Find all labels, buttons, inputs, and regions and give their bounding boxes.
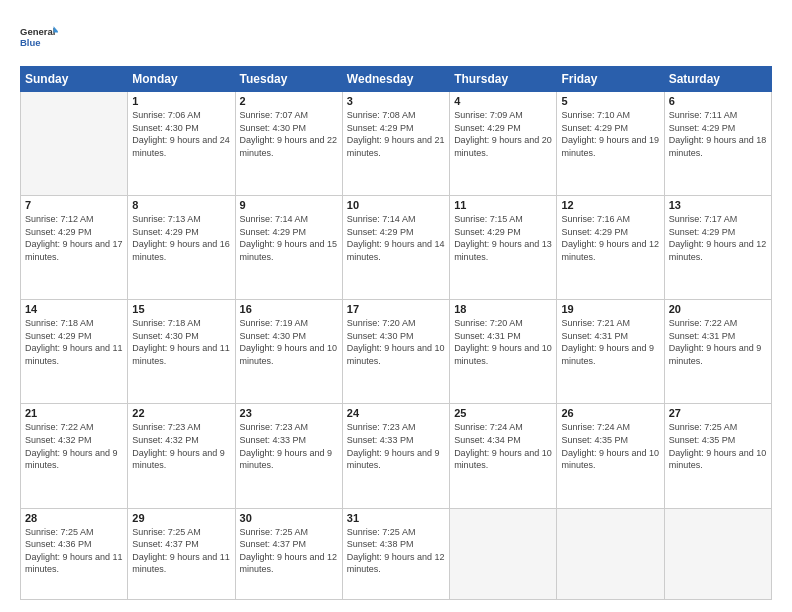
logo: General Blue [20, 18, 58, 56]
day-number: 17 [347, 303, 445, 315]
day-cell-7: 7Sunrise: 7:12 AMSunset: 4:29 PMDaylight… [21, 196, 128, 300]
day-info: Sunrise: 7:23 AMSunset: 4:33 PMDaylight:… [240, 421, 338, 471]
day-cell-16: 16Sunrise: 7:19 AMSunset: 4:30 PMDayligh… [235, 300, 342, 404]
day-cell-empty [450, 508, 557, 600]
day-number: 8 [132, 199, 230, 211]
day-number: 7 [25, 199, 123, 211]
day-info: Sunrise: 7:07 AMSunset: 4:30 PMDaylight:… [240, 109, 338, 159]
day-number: 18 [454, 303, 552, 315]
svg-text:General: General [20, 26, 55, 37]
day-info: Sunrise: 7:08 AMSunset: 4:29 PMDaylight:… [347, 109, 445, 159]
week-row-1: 1Sunrise: 7:06 AMSunset: 4:30 PMDaylight… [21, 92, 772, 196]
day-info: Sunrise: 7:10 AMSunset: 4:29 PMDaylight:… [561, 109, 659, 159]
header: General Blue [20, 18, 772, 56]
day-info: Sunrise: 7:12 AMSunset: 4:29 PMDaylight:… [25, 213, 123, 263]
day-number: 23 [240, 407, 338, 419]
day-info: Sunrise: 7:22 AMSunset: 4:32 PMDaylight:… [25, 421, 123, 471]
day-info: Sunrise: 7:14 AMSunset: 4:29 PMDaylight:… [347, 213, 445, 263]
week-row-4: 21Sunrise: 7:22 AMSunset: 4:32 PMDayligh… [21, 404, 772, 508]
page: General Blue SundayMondayTuesdayWednesda… [0, 0, 792, 612]
day-info: Sunrise: 7:09 AMSunset: 4:29 PMDaylight:… [454, 109, 552, 159]
week-row-2: 7Sunrise: 7:12 AMSunset: 4:29 PMDaylight… [21, 196, 772, 300]
day-info: Sunrise: 7:25 AMSunset: 4:37 PMDaylight:… [240, 526, 338, 576]
day-number: 22 [132, 407, 230, 419]
day-info: Sunrise: 7:20 AMSunset: 4:31 PMDaylight:… [454, 317, 552, 367]
day-info: Sunrise: 7:19 AMSunset: 4:30 PMDaylight:… [240, 317, 338, 367]
day-cell-14: 14Sunrise: 7:18 AMSunset: 4:29 PMDayligh… [21, 300, 128, 404]
day-cell-18: 18Sunrise: 7:20 AMSunset: 4:31 PMDayligh… [450, 300, 557, 404]
calendar-body: 1Sunrise: 7:06 AMSunset: 4:30 PMDaylight… [21, 92, 772, 600]
day-cell-30: 30Sunrise: 7:25 AMSunset: 4:37 PMDayligh… [235, 508, 342, 600]
day-header-tuesday: Tuesday [235, 67, 342, 92]
day-cell-29: 29Sunrise: 7:25 AMSunset: 4:37 PMDayligh… [128, 508, 235, 600]
day-cell-10: 10Sunrise: 7:14 AMSunset: 4:29 PMDayligh… [342, 196, 449, 300]
day-number: 15 [132, 303, 230, 315]
day-number: 28 [25, 512, 123, 524]
day-cell-13: 13Sunrise: 7:17 AMSunset: 4:29 PMDayligh… [664, 196, 771, 300]
day-number: 4 [454, 95, 552, 107]
day-number: 31 [347, 512, 445, 524]
day-header-saturday: Saturday [664, 67, 771, 92]
day-cell-23: 23Sunrise: 7:23 AMSunset: 4:33 PMDayligh… [235, 404, 342, 508]
day-info: Sunrise: 7:06 AMSunset: 4:30 PMDaylight:… [132, 109, 230, 159]
day-number: 2 [240, 95, 338, 107]
day-cell-4: 4Sunrise: 7:09 AMSunset: 4:29 PMDaylight… [450, 92, 557, 196]
day-cell-27: 27Sunrise: 7:25 AMSunset: 4:35 PMDayligh… [664, 404, 771, 508]
logo-svg: General Blue [20, 18, 58, 56]
day-cell-5: 5Sunrise: 7:10 AMSunset: 4:29 PMDaylight… [557, 92, 664, 196]
day-cell-28: 28Sunrise: 7:25 AMSunset: 4:36 PMDayligh… [21, 508, 128, 600]
day-header-thursday: Thursday [450, 67, 557, 92]
day-cell-15: 15Sunrise: 7:18 AMSunset: 4:30 PMDayligh… [128, 300, 235, 404]
day-info: Sunrise: 7:24 AMSunset: 4:34 PMDaylight:… [454, 421, 552, 471]
day-info: Sunrise: 7:25 AMSunset: 4:38 PMDaylight:… [347, 526, 445, 576]
day-info: Sunrise: 7:25 AMSunset: 4:37 PMDaylight:… [132, 526, 230, 576]
day-cell-31: 31Sunrise: 7:25 AMSunset: 4:38 PMDayligh… [342, 508, 449, 600]
day-info: Sunrise: 7:20 AMSunset: 4:30 PMDaylight:… [347, 317, 445, 367]
day-number: 14 [25, 303, 123, 315]
day-info: Sunrise: 7:25 AMSunset: 4:36 PMDaylight:… [25, 526, 123, 576]
svg-marker-2 [54, 26, 58, 32]
day-number: 10 [347, 199, 445, 211]
day-info: Sunrise: 7:18 AMSunset: 4:30 PMDaylight:… [132, 317, 230, 367]
day-number: 26 [561, 407, 659, 419]
day-number: 6 [669, 95, 767, 107]
day-cell-24: 24Sunrise: 7:23 AMSunset: 4:33 PMDayligh… [342, 404, 449, 508]
day-info: Sunrise: 7:22 AMSunset: 4:31 PMDaylight:… [669, 317, 767, 367]
day-info: Sunrise: 7:23 AMSunset: 4:32 PMDaylight:… [132, 421, 230, 471]
day-cell-11: 11Sunrise: 7:15 AMSunset: 4:29 PMDayligh… [450, 196, 557, 300]
day-cell-17: 17Sunrise: 7:20 AMSunset: 4:30 PMDayligh… [342, 300, 449, 404]
day-cell-22: 22Sunrise: 7:23 AMSunset: 4:32 PMDayligh… [128, 404, 235, 508]
day-info: Sunrise: 7:16 AMSunset: 4:29 PMDaylight:… [561, 213, 659, 263]
day-number: 12 [561, 199, 659, 211]
calendar-header-row: SundayMondayTuesdayWednesdayThursdayFrid… [21, 67, 772, 92]
day-info: Sunrise: 7:15 AMSunset: 4:29 PMDaylight:… [454, 213, 552, 263]
day-number: 20 [669, 303, 767, 315]
day-header-monday: Monday [128, 67, 235, 92]
day-number: 24 [347, 407, 445, 419]
day-cell-8: 8Sunrise: 7:13 AMSunset: 4:29 PMDaylight… [128, 196, 235, 300]
day-cell-25: 25Sunrise: 7:24 AMSunset: 4:34 PMDayligh… [450, 404, 557, 508]
week-row-5: 28Sunrise: 7:25 AMSunset: 4:36 PMDayligh… [21, 508, 772, 600]
day-number: 27 [669, 407, 767, 419]
day-number: 29 [132, 512, 230, 524]
day-number: 1 [132, 95, 230, 107]
day-number: 13 [669, 199, 767, 211]
day-cell-6: 6Sunrise: 7:11 AMSunset: 4:29 PMDaylight… [664, 92, 771, 196]
calendar-table: SundayMondayTuesdayWednesdayThursdayFrid… [20, 66, 772, 600]
day-number: 9 [240, 199, 338, 211]
day-cell-empty [557, 508, 664, 600]
week-row-3: 14Sunrise: 7:18 AMSunset: 4:29 PMDayligh… [21, 300, 772, 404]
day-cell-20: 20Sunrise: 7:22 AMSunset: 4:31 PMDayligh… [664, 300, 771, 404]
day-info: Sunrise: 7:21 AMSunset: 4:31 PMDaylight:… [561, 317, 659, 367]
day-info: Sunrise: 7:17 AMSunset: 4:29 PMDaylight:… [669, 213, 767, 263]
day-cell-empty [21, 92, 128, 196]
day-cell-9: 9Sunrise: 7:14 AMSunset: 4:29 PMDaylight… [235, 196, 342, 300]
day-info: Sunrise: 7:25 AMSunset: 4:35 PMDaylight:… [669, 421, 767, 471]
day-number: 16 [240, 303, 338, 315]
day-info: Sunrise: 7:11 AMSunset: 4:29 PMDaylight:… [669, 109, 767, 159]
day-number: 5 [561, 95, 659, 107]
day-cell-2: 2Sunrise: 7:07 AMSunset: 4:30 PMDaylight… [235, 92, 342, 196]
day-info: Sunrise: 7:23 AMSunset: 4:33 PMDaylight:… [347, 421, 445, 471]
day-cell-26: 26Sunrise: 7:24 AMSunset: 4:35 PMDayligh… [557, 404, 664, 508]
day-cell-12: 12Sunrise: 7:16 AMSunset: 4:29 PMDayligh… [557, 196, 664, 300]
